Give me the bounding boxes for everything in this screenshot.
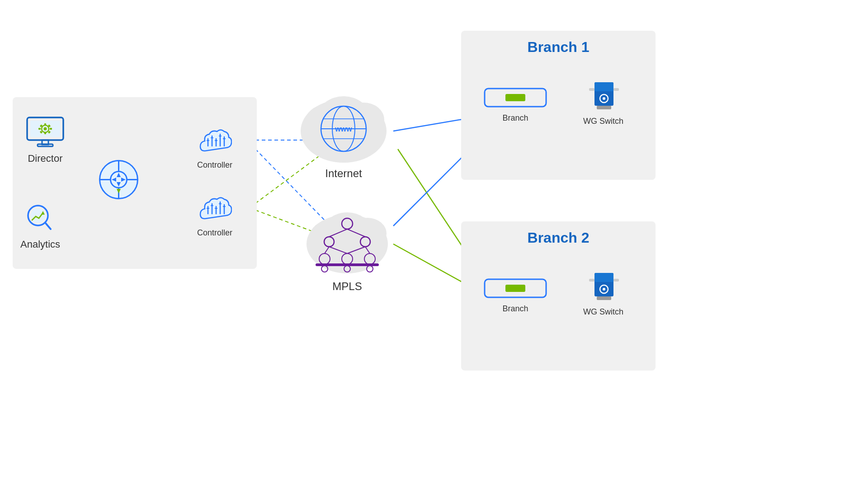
- mpls-label: MPLS: [332, 280, 362, 293]
- svg-rect-99: [589, 88, 594, 91]
- analytics-icon: [22, 201, 58, 235]
- svg-rect-109: [613, 279, 619, 282]
- svg-rect-20: [44, 123, 46, 126]
- svg-rect-110: [597, 296, 611, 300]
- director-label: Director: [28, 153, 62, 164]
- svg-rect-23: [50, 128, 52, 130]
- svg-rect-21: [44, 132, 46, 134]
- branch1-title: Branch 1: [461, 31, 656, 56]
- internet-icon: www: [298, 88, 389, 165]
- controller-1: Controller: [197, 126, 232, 170]
- branch1-box: Branch 1 Branch: [461, 31, 656, 180]
- controller-2-label: Controller: [197, 228, 232, 238]
- branch1-device: Branch: [484, 85, 547, 123]
- svg-rect-101: [597, 106, 611, 109]
- branch1-device-label: Branch: [502, 113, 528, 123]
- svg-point-98: [603, 97, 605, 100]
- branch1-device-icon: [484, 85, 547, 110]
- controller-1-label: Controller: [197, 160, 232, 170]
- svg-line-31: [46, 223, 51, 229]
- branch2-device: Branch: [484, 276, 547, 314]
- branch2-box: Branch 2 Branch WG Switch: [461, 221, 656, 371]
- branch1-switch-icon: [585, 81, 622, 113]
- branch2-switch-icon: [585, 272, 622, 304]
- branch1-switch-label: WG Switch: [583, 117, 623, 126]
- diagram-container: Director Analytics: [0, 0, 868, 488]
- svg-point-107: [603, 288, 605, 291]
- internet-label: Internet: [325, 167, 362, 180]
- svg-point-19: [44, 127, 47, 131]
- controller-2-icon: [198, 194, 232, 225]
- hub-icon: [97, 158, 140, 201]
- svg-rect-103: [505, 285, 525, 292]
- director-area: Director: [25, 115, 66, 164]
- branch2-switch-label: WG Switch: [583, 307, 623, 317]
- controllers-box: Controller Controller: [179, 105, 251, 258]
- analytics-area: Analytics: [20, 201, 60, 250]
- branch2-switch: WG Switch: [583, 272, 623, 317]
- branch1-switch: WG Switch: [583, 81, 623, 126]
- svg-rect-22: [38, 128, 41, 130]
- mpls-area: MPLS: [302, 206, 392, 293]
- svg-text:www: www: [335, 125, 352, 133]
- svg-rect-100: [613, 88, 619, 91]
- controller-1-icon: [198, 126, 232, 158]
- svg-rect-105: [594, 273, 613, 282]
- analytics-label: Analytics: [20, 239, 60, 250]
- svg-rect-108: [589, 279, 594, 282]
- svg-point-29: [31, 208, 45, 223]
- controller-2: Controller: [197, 194, 232, 238]
- branch2-title: Branch 2: [461, 221, 656, 246]
- hub-area: [97, 158, 140, 201]
- mpls-icon: [302, 206, 392, 278]
- director-icon: [25, 115, 66, 149]
- internet-area: www Internet: [298, 88, 389, 180]
- branch2-device-icon: [484, 276, 547, 300]
- svg-rect-94: [505, 94, 525, 101]
- svg-rect-96: [594, 82, 613, 91]
- branch2-device-label: Branch: [502, 304, 528, 314]
